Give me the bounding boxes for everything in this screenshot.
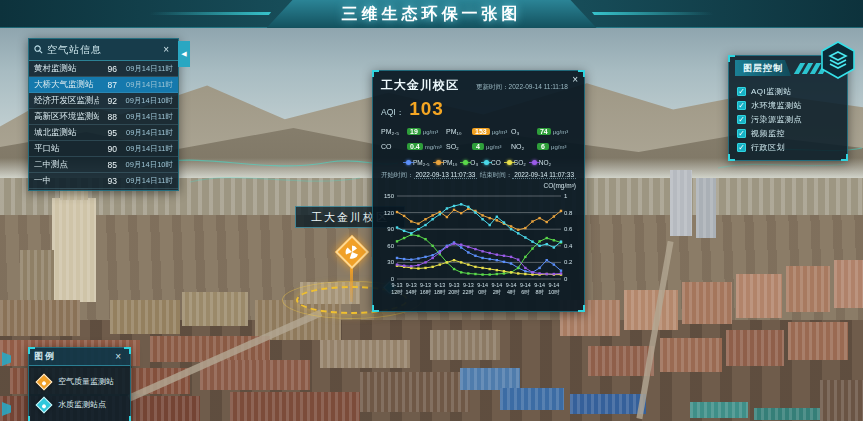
air-station-marker-icon[interactable] [338,238,366,266]
station-list-header: 空气站信息 × [29,39,178,61]
svg-text:8时: 8时 [535,289,544,295]
start-time-input[interactable]: 2022-09-13 11:07:33 [414,171,478,179]
building [182,292,248,326]
svg-text:9-14: 9-14 [477,282,488,288]
layer-label: 水环境监测站 [751,100,802,111]
chart-legend-item[interactable]: CO [484,159,501,166]
pollutant-value-badge: 74 [537,128,551,135]
checkbox-checked-icon[interactable]: ✓ [737,129,746,138]
checkbox-checked-icon[interactable]: ✓ [737,87,746,96]
legend-panel: 图例 × 空气质量监测站 水质监测站点 [28,347,131,421]
legend-dot-icon [532,160,537,165]
station-row[interactable]: 黄村监测站 96 09月14日11时 [29,61,178,77]
end-time-input[interactable]: 2022-09-14 11:07:33 [512,171,576,179]
building [430,330,500,360]
layer-label: 视频监控 [751,128,785,139]
svg-text:2时: 2时 [493,289,502,295]
station-aqi: 90 [99,144,117,154]
panel-collapse-tab[interactable]: ◀ [178,41,190,67]
svg-text:9-14: 9-14 [506,282,517,288]
station-list-title: 空气站信息 [47,43,159,57]
pinwheel-icon [344,244,360,260]
pollutant-grid: PM₂.₅ 19 μg/m³ PM₁₀ 153 μg/m³ O₃ 74 μg/m… [381,124,576,154]
svg-text:0.2: 0.2 [564,259,573,265]
legend-item-label: 水质监测站点 [58,399,106,410]
legend-dot-icon [436,160,441,165]
layer-item[interactable]: ✓ AQI监测站 [737,84,839,98]
pollutant-cell: NO₂ 6 μg/m³ [511,139,576,154]
building [788,322,848,360]
chevron-left-icon: ◀ [181,50,186,58]
chart-legend-item[interactable]: PM₁₀ [436,159,458,166]
layer-item[interactable]: ✓ 视频监控 [737,126,839,140]
station-row[interactable]: 一中 93 09月14日11时 [29,173,178,189]
checkbox-checked-icon[interactable]: ✓ [737,143,746,152]
legend-dot-icon [463,160,468,165]
page-title: 三维生态环保一张图 [342,4,522,25]
building [360,372,470,412]
aqi-row: AQI： 103 [381,98,576,122]
right-axis-title: CO(mg/m³) [381,182,576,191]
diamond-marker-icon [36,396,53,413]
chart-legend-item[interactable]: O₃ [463,159,478,166]
svg-text:22时: 22时 [463,289,475,295]
legend-item-label: 空气质量监测站 [58,376,114,387]
station-time: 09月14日10时 [117,96,173,106]
station-name: 高新区环境监测站 [34,111,99,123]
chart-legend-item[interactable]: PM₂.₅ [406,159,430,166]
building [624,290,678,330]
layer-items: ✓ AQI监测站 ✓ 水环境监测站 ✓ 污染源监测点 ✓ 视频监控 ✓ 行政区划 [729,82,847,154]
svg-text:9-14: 9-14 [534,282,545,288]
svg-text:9-13: 9-13 [420,282,431,288]
pollutant-unit: μg/m³ [551,144,566,150]
station-row[interactable]: 二中测点 85 09月14日10时 [29,157,178,173]
svg-text:9-13: 9-13 [449,282,460,288]
station-time: 09月14日11时 [117,64,173,74]
building [690,402,748,418]
svg-text:0: 0 [564,276,568,282]
chart-legend-item[interactable]: SO₂ [507,159,526,166]
header-wing-left [149,12,271,15]
building [660,338,722,372]
station-name: 二中测点 [34,159,99,171]
pollutant-name: CO [381,143,407,150]
close-icon[interactable]: × [111,350,125,364]
close-icon[interactable]: × [159,43,173,57]
station-time: 09月14日11时 [117,80,173,90]
svg-text:0时: 0时 [478,289,487,295]
checkbox-checked-icon[interactable]: ✓ [737,101,746,110]
legend-label: O₃ [470,159,478,166]
layer-item[interactable]: ✓ 行政区划 [737,140,839,154]
building [52,198,96,302]
svg-text:150: 150 [384,193,395,199]
popup-title: 工大金川校区 [381,77,459,94]
station-row[interactable]: 经济开发区监测点 92 09月14日10时 [29,93,178,109]
building [570,394,646,414]
svg-text:9-13: 9-13 [434,282,445,288]
station-name: 一中 [34,175,99,187]
station-row[interactable]: 大桥大气监测站 87 09月14日11时 [29,77,178,93]
layer-item[interactable]: ✓ 水环境监测站 [737,98,839,112]
station-row[interactable]: 城北监测站 95 09月14日11时 [29,125,178,141]
building [696,178,716,238]
station-name: 大桥大气监测站 [34,79,99,91]
legend-dot-icon [406,160,411,165]
pollutant-unit: μg/m³ [486,144,501,150]
svg-text:9-13: 9-13 [392,282,403,288]
building [460,368,520,390]
app-root: 工大金川校区 三维生态环保一张图 空气站信息 × 黄村监测站 9 [0,0,863,421]
station-row[interactable]: 平口站 90 09月14日11时 [29,141,178,157]
pollutant-cell: O₃ 74 μg/m³ [511,124,576,139]
chart-legend: PM₂.₅ PM₁₀ O₃ CO SO₂ NO₂ [381,156,576,168]
checkbox-checked-icon[interactable]: ✓ [737,115,746,124]
layers-icon[interactable] [819,40,857,80]
layer-item[interactable]: ✓ 污染源监测点 [737,112,839,126]
svg-text:1: 1 [564,193,568,199]
chart-legend-item[interactable]: NO₂ [532,159,551,166]
svg-text:9-14: 9-14 [548,282,559,288]
close-icon[interactable]: × [568,73,582,87]
station-row[interactable]: 高新区环境监测站 88 09月14日11时 [29,109,178,125]
svg-text:0.4: 0.4 [564,243,573,249]
station-list-panel: 空气站信息 × 黄村监测站 96 09月14日11时 大桥大气监测站 87 09… [28,38,179,191]
pollutant-cell: PM₁₀ 153 μg/m³ [446,124,511,139]
